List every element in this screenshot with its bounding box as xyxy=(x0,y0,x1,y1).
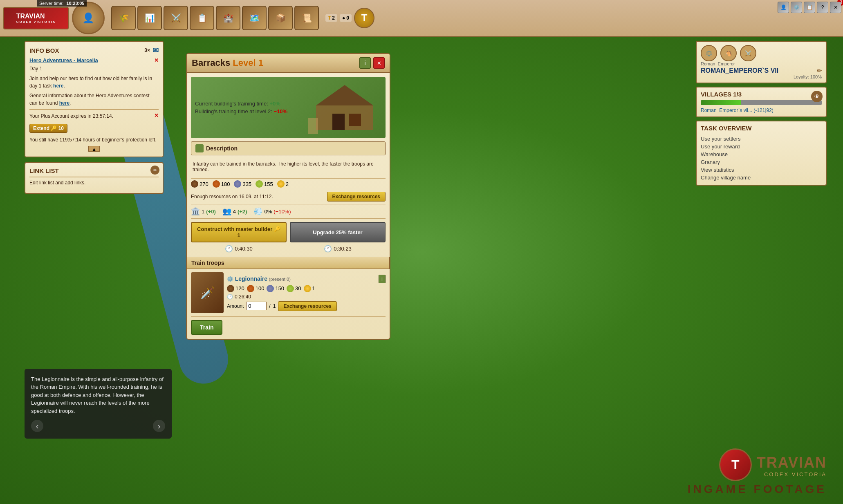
logo[interactable]: TRAVIAN CODEX VICTORIA xyxy=(3,7,69,29)
amount-input[interactable] xyxy=(246,302,267,310)
close-adventures[interactable]: ✕ xyxy=(154,57,159,63)
task-item-granary[interactable]: Granary xyxy=(701,158,822,166)
close-icon[interactable]: ✕ xyxy=(830,2,841,13)
nav-reports[interactable]: 📋 xyxy=(190,6,214,30)
desc-navigation: ‹ › xyxy=(31,420,165,432)
nav-extra3[interactable]: 📜 xyxy=(294,6,319,30)
barracks-close-button[interactable]: ✕ xyxy=(373,57,385,69)
help-icon[interactable]: ? xyxy=(817,2,828,13)
stats-row: 🏛️ 1 (+0) 👥 4 (+2) 💨 0% (−10%) xyxy=(191,204,386,219)
enough-label: Enough resources on 16.09. at 11:12. xyxy=(191,194,273,199)
troop-lumber-icon xyxy=(227,285,234,292)
village-item[interactable]: Roman_Emperor`s vil... (-121|92) xyxy=(701,108,822,113)
silver-group: ● 0 xyxy=(340,14,352,22)
villages-progress-fill xyxy=(701,100,741,105)
nav-combat[interactable]: ⚔️ xyxy=(164,6,188,30)
desc-section: Description xyxy=(191,141,386,155)
info-badge: 3× xyxy=(144,47,150,53)
barracks-header: Barracks Level 1 i ✕ xyxy=(187,54,390,73)
troop-name-link[interactable]: Legionnaire xyxy=(235,276,267,282)
construct-button[interactable]: Construct with master builder 🔑 1 xyxy=(191,222,287,242)
villages-title: VILLAGES 1/3 xyxy=(701,91,822,98)
amount-row: Amount / 1 Exchange resources xyxy=(227,301,386,311)
brand-codex: CODEX VICTORIA xyxy=(757,471,827,477)
task-item-statistics[interactable]: View statistics xyxy=(701,166,822,174)
stat-population: 👥 4 (+2) xyxy=(222,207,247,216)
troop-row: 🗡️ ⚙️ Legionnaire (present 0) i 120 100 … xyxy=(191,269,386,317)
extend-button[interactable]: Extend 🔑 10 xyxy=(29,124,67,133)
task-item-reward[interactable]: Use your reward xyxy=(701,143,822,150)
barracks-title: Barracks Level 1 xyxy=(192,58,263,68)
troop-clay-icon xyxy=(247,285,254,292)
troop-exchange-button[interactable]: Exchange resources xyxy=(278,301,336,311)
pop-icon xyxy=(277,180,285,188)
here-link1[interactable]: here xyxy=(53,83,63,89)
gold-amount: 2 xyxy=(332,15,335,21)
nav-extra2[interactable]: 📦 xyxy=(268,6,293,30)
here-link2[interactable]: here xyxy=(59,100,70,106)
time-upgrade: 🕐 0:30:23 xyxy=(290,245,386,253)
task-item-village-name[interactable]: Change village name xyxy=(701,174,822,181)
eye-icon[interactable]: 👁 xyxy=(811,91,823,102)
svg-marker-1 xyxy=(316,85,373,105)
edit-link-icon[interactable]: ✏ xyxy=(150,166,159,175)
clock-icon-construct: 🕐 xyxy=(225,245,233,253)
brand-name: TRAVIAN xyxy=(757,454,827,471)
day-label: Day 1 xyxy=(29,65,159,72)
reports-icon[interactable]: 📋 xyxy=(804,2,815,13)
stat-speed: 💨 0% (−10%) xyxy=(253,207,291,216)
player-box: ⚖️ 🐴 ⚔️ Roman_Emperor ROMAN_EMPEROR`S VI… xyxy=(696,41,827,83)
travian-branding: T TRAVIAN CODEX VICTORIA INGAME FOOTAGE xyxy=(688,448,827,496)
desc-prev-arrow[interactable]: ‹ xyxy=(31,420,43,432)
task-item-warehouse[interactable]: Warehouse xyxy=(701,150,822,158)
stat-building: 🏛️ 1 (+0) xyxy=(191,207,216,216)
troop-pop-icon xyxy=(304,285,311,292)
player-village-name: ROMAN_EMPEROR`S VII ✏ xyxy=(701,67,822,74)
troop-info-button[interactable]: i xyxy=(379,275,386,283)
troop-stats: 120 100 150 30 1 xyxy=(227,285,386,292)
nav-icons: 🌾 📊 ⚔️ 📋 🏰 🗺️ 📦 📜 xyxy=(111,6,319,30)
crop-icon xyxy=(256,180,263,188)
right-panel: ⚖️ 🐴 ⚔️ Roman_Emperor ROMAN_EMPEROR`S VI… xyxy=(696,41,827,186)
nav-castle[interactable]: 🏰 xyxy=(216,6,240,30)
premium-coin[interactable]: T xyxy=(354,8,374,28)
hero-avatar[interactable]: 👤 3 xyxy=(72,2,105,34)
villages-box: VILLAGES 1/3 👁 Roman_Emperor`s vil... (-… xyxy=(696,87,827,117)
settings-icon[interactable]: ⚙️ xyxy=(791,2,802,13)
nav-stats[interactable]: 📊 xyxy=(137,6,162,30)
task-item-settlers[interactable]: Use your settlers xyxy=(701,135,822,143)
troop-details: ⚙️ Legionnaire (present 0) i 120 100 150… xyxy=(227,275,386,311)
mail-icon: ✉ xyxy=(152,46,159,55)
info-box-title: INFO BOX 3× ✉ xyxy=(29,46,159,55)
nav-village[interactable]: 🌾 xyxy=(111,6,136,30)
task-overview-box: TASK OVERVIEW Use your settlers Use your… xyxy=(696,121,827,186)
info-button[interactable]: i xyxy=(359,57,371,69)
link-list-box: LINK LIST ✏ Edit link list and add links… xyxy=(25,162,164,194)
hero-adventures-link[interactable]: Hero Adventures - Marcella xyxy=(29,57,98,63)
troop-iron-icon xyxy=(267,285,274,292)
horse-icon: 🐴 xyxy=(720,45,737,61)
close-plus[interactable]: ✕ xyxy=(154,112,159,119)
upgrade-button[interactable]: Upgrade 25% faster xyxy=(290,222,386,242)
gold-group: T 2 xyxy=(325,14,337,22)
silver-amount: 0 xyxy=(346,15,349,21)
link-list-text: Edit link list and add links. xyxy=(29,179,159,186)
desc-body: Infantry can be trained in the barracks.… xyxy=(191,159,386,175)
edit-village-name[interactable]: ✏ xyxy=(817,67,822,74)
enough-row: Enough resources on 16.09. at 11:12. Exc… xyxy=(191,189,386,204)
collapse-button[interactable]: ▲ xyxy=(88,146,100,152)
exchange-resources-button[interactable]: Exchange resources xyxy=(327,192,386,202)
player-name-small: Roman_Emperor xyxy=(701,61,822,66)
barracks-panel: Barracks Level 1 i ✕ Current building's … xyxy=(186,53,390,340)
profile-icon[interactable]: 👤 xyxy=(778,2,789,13)
clay-icon xyxy=(213,180,220,188)
troop-avatar: 🗡️ xyxy=(191,272,224,313)
info-text2: General information about the Hero Adven… xyxy=(29,92,159,107)
task-overview-title: TASK OVERVIEW xyxy=(701,125,822,132)
svg-rect-3 xyxy=(349,114,361,126)
train-button[interactable]: Train xyxy=(191,320,222,335)
desc-next-arrow[interactable]: › xyxy=(153,420,165,432)
legionnaire-desc-text: The Legionnaire is the simple and all-pu… xyxy=(31,375,165,415)
troop-time: 🕐 0:26:40 xyxy=(227,294,386,300)
nav-extra1[interactable]: 🗺️ xyxy=(242,6,267,30)
